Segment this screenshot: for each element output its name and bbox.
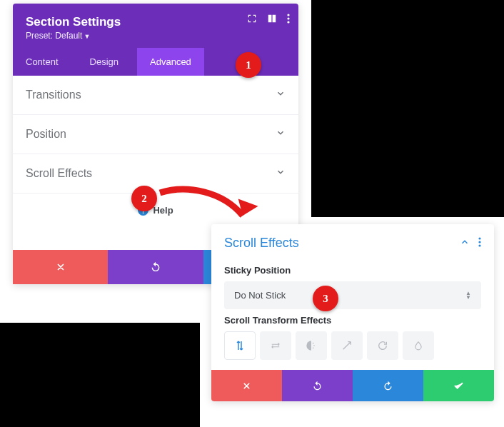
vertical-motion-icon[interactable]	[224, 331, 256, 360]
cancel-button[interactable]	[211, 370, 282, 401]
section-label: Position	[26, 128, 66, 141]
panel-header: Section Settings Preset: Default▼	[13, 4, 298, 48]
horizontal-motion-icon[interactable]	[260, 331, 291, 360]
chevron-down-icon	[276, 128, 286, 141]
section-label: Scroll Effects	[26, 167, 92, 180]
preset-selector[interactable]: Preset: Default▼	[26, 31, 286, 41]
select-stepper-icon: ▲▼	[465, 291, 471, 300]
cancel-button[interactable]	[13, 250, 108, 284]
svg-point-6	[478, 244, 480, 246]
undo-button[interactable]	[282, 370, 353, 401]
chevron-down-icon	[276, 89, 286, 101]
annotation-badge-2: 2	[131, 186, 157, 211]
redo-button[interactable]	[353, 370, 423, 401]
columns-icon[interactable]	[267, 14, 277, 26]
svg-point-2	[287, 21, 289, 23]
scroll-effects-panel: Scroll Effects Sticky Position Do Not St…	[211, 224, 494, 401]
preset-label: Preset: Default	[26, 31, 82, 41]
background-right	[311, 0, 504, 217]
transform-effects-label: Scroll Transform Effects	[224, 315, 481, 326]
svg-point-5	[478, 241, 480, 243]
transform-effects-row	[224, 331, 481, 360]
save-button[interactable]	[423, 370, 494, 401]
fade-icon[interactable]	[296, 331, 327, 360]
sticky-position-label: Sticky Position	[224, 265, 481, 276]
help-label: Help	[153, 205, 173, 216]
sticky-position-select[interactable]: Do Not Stick ▲▼	[224, 281, 481, 309]
panel2-footer	[211, 370, 494, 401]
svg-point-0	[287, 14, 289, 16]
section-label: Transitions	[26, 89, 81, 101]
svg-point-8	[313, 345, 315, 346]
svg-point-4	[478, 237, 480, 239]
more-icon[interactable]	[287, 14, 290, 26]
more-icon[interactable]	[478, 237, 481, 250]
scale-icon[interactable]	[331, 331, 363, 360]
section-transitions[interactable]: Transitions	[13, 76, 298, 115]
svg-point-7	[313, 343, 314, 344]
select-value: Do Not Stick	[234, 290, 286, 301]
svg-point-9	[313, 348, 314, 349]
tab-design[interactable]: Design	[77, 48, 137, 76]
panel2-title: Scroll Effects	[224, 236, 299, 251]
undo-button[interactable]	[108, 250, 203, 284]
chevron-up-icon[interactable]	[460, 237, 470, 250]
tab-advanced[interactable]: Advanced	[137, 48, 204, 76]
caret-down-icon: ▼	[84, 33, 90, 40]
background-bottom-left	[0, 323, 200, 427]
panel2-header: Scroll Effects	[211, 224, 494, 256]
tab-content[interactable]: Content	[13, 48, 77, 76]
rotate-icon[interactable]	[367, 331, 398, 360]
blur-icon[interactable]	[403, 331, 434, 360]
section-scroll-effects[interactable]: Scroll Effects	[13, 154, 298, 194]
expand-icon[interactable]	[247, 14, 257, 26]
chevron-down-icon	[276, 167, 286, 180]
annotation-badge-3: 3	[313, 286, 338, 311]
svg-point-1	[287, 17, 289, 19]
annotation-badge-1: 1	[236, 52, 261, 78]
section-position[interactable]: Position	[13, 115, 298, 154]
